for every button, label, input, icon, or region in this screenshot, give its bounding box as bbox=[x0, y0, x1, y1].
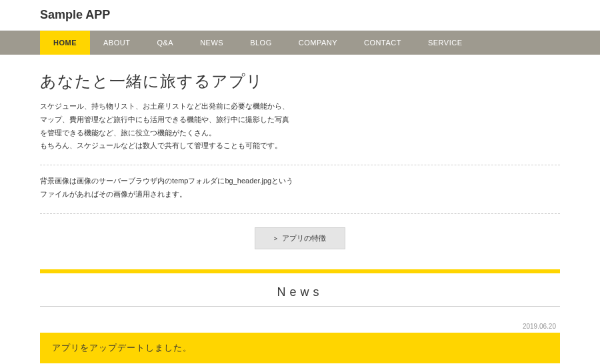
site-title: Sample APP bbox=[40, 8, 560, 22]
hero-title: あなたと一緒に旅するアプリ bbox=[40, 71, 560, 92]
nav-item-service[interactable]: SERVICE bbox=[415, 31, 476, 55]
main-content: あなたと一緒に旅するアプリ スケジュール、持ち物リスト、お土産リストなど出発前に… bbox=[0, 55, 600, 364]
feature-button-wrap: > アプリの特徴 bbox=[40, 227, 560, 249]
hero-note-line: ファイルがあればその画像が適用されます。 bbox=[40, 188, 560, 201]
nav-item-company[interactable]: COMPANY bbox=[285, 31, 351, 55]
nav-item-home[interactable]: HOME bbox=[40, 31, 90, 55]
nav-item-about[interactable]: ABOUT bbox=[90, 31, 143, 55]
hero-note-line: 背景画像は画像のサーバーブラウザ内のtempフォルダにbg_header.jpg… bbox=[40, 175, 560, 188]
hero-description: スケジュール、持ち物リスト、お土産リストなど出発前に必要な機能から、 マップ、費… bbox=[40, 100, 560, 153]
news-item[interactable]: アプリをアップデートしました。 bbox=[40, 333, 560, 363]
news-section-header: News bbox=[40, 273, 560, 307]
feature-button-label: アプリの特徴 bbox=[282, 234, 326, 242]
hero-desc-line: マップ、費用管理など旅行中にも活用できる機能や、旅行中に撮影した写真 bbox=[40, 113, 560, 127]
site-header: Sample APP bbox=[0, 0, 600, 31]
nav-item-news[interactable]: NEWS bbox=[187, 31, 237, 55]
hero-note: 背景画像は画像のサーバーブラウザ内のtempフォルダにbg_header.jpg… bbox=[40, 165, 560, 201]
nav-item-blog[interactable]: BLOG bbox=[237, 31, 285, 55]
news-item-title: アプリをアップデートしました。 bbox=[52, 343, 192, 353]
news-section-title: News bbox=[40, 285, 560, 299]
hero-desc-line: を管理できる機能など、旅に役立つ機能がたくさん。 bbox=[40, 127, 560, 140]
chevron-right-icon: > bbox=[274, 235, 277, 242]
nav-item-contact[interactable]: CONTACT bbox=[351, 31, 415, 55]
hero-desc-line: スケジュール、持ち物リスト、お土産リストなど出発前に必要な機能から、 bbox=[40, 100, 560, 113]
divider bbox=[40, 213, 560, 214]
feature-button[interactable]: > アプリの特徴 bbox=[255, 227, 345, 249]
news-date: 2019.06.20 bbox=[40, 320, 560, 333]
hero-desc-line: もちろん、スケジュールなどは数人で共有して管理することも可能です。 bbox=[40, 139, 560, 153]
main-nav: HOME ABOUT Q&A NEWS BLOG COMPANY CONTACT… bbox=[0, 31, 600, 55]
nav-item-qa[interactable]: Q&A bbox=[143, 31, 187, 55]
